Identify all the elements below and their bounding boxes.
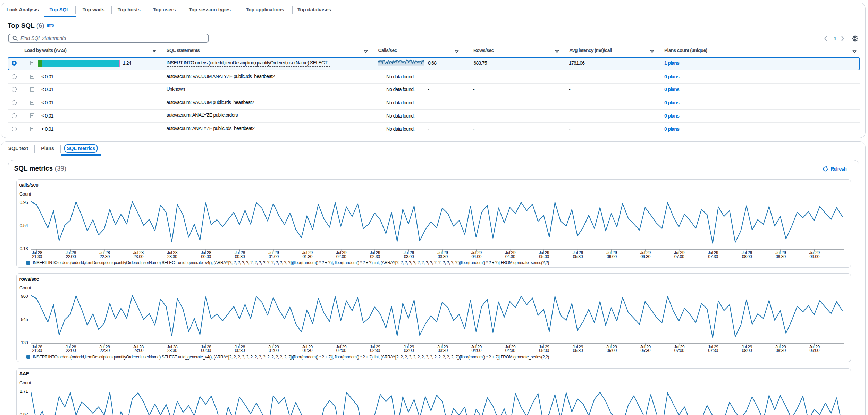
svg-text:1: 1 [834, 36, 836, 41]
